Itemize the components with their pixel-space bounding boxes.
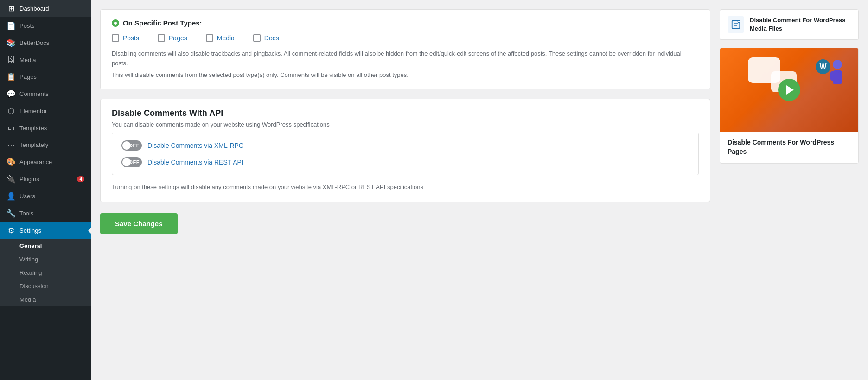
toggle-xml-rpc: OFF Disable Comments via XML-RPC — [121, 140, 689, 151]
video-thumbnail[interactable]: W — [720, 48, 858, 132]
tools-icon: 🔧 — [6, 209, 16, 218]
checkbox-pages-box[interactable] — [158, 34, 165, 42]
sidebar-item-label: Comments — [19, 90, 49, 97]
toggle-rest-api-state: OFF — [129, 159, 140, 165]
video-card-pages: W Disable Comments For WordPress Pages — [720, 48, 859, 163]
promo-card-header: Disable Comment For WordPress Media File… — [720, 10, 858, 40]
api-section-title: Disable Comments With API — [112, 108, 699, 118]
templates-icon: 🗂 — [6, 124, 16, 132]
video-card-body: Disable Comments For WordPress Pages — [720, 132, 858, 163]
plugins-badge: 4 — [77, 176, 84, 182]
sidebar-item-label: Posts — [19, 22, 35, 29]
submenu-writing[interactable]: Writing — [0, 253, 91, 266]
dashboard-icon: ⊞ — [6, 4, 16, 13]
betterdocs-icon: 📚 — [6, 38, 16, 47]
toggle-xml-rpc-label: Disable Comments via XML-RPC — [147, 142, 243, 149]
main-content: On Specific Post Types: Posts Pages Medi… — [91, 0, 868, 380]
api-toggle-area: OFF Disable Comments via XML-RPC OFF Dis… — [112, 133, 699, 175]
sidebar-item-comments[interactable]: 💬 Comments — [0, 85, 91, 102]
plugins-icon: 🔌 — [6, 175, 16, 184]
post-types-card: On Specific Post Types: Posts Pages Medi… — [100, 9, 710, 89]
toggle-xml-rpc-switch[interactable]: OFF — [121, 140, 142, 151]
sidebar-item-label: Appearance — [19, 158, 52, 165]
promo-card-icon — [728, 16, 744, 33]
submenu-discussion[interactable]: Discussion — [0, 279, 91, 293]
sidebar-item-pages[interactable]: 📋 Pages — [0, 68, 91, 85]
sidebar-item-label: Templates — [19, 125, 47, 132]
sidebar-item-media[interactable]: 🖼 Media — [0, 51, 91, 68]
api-footer-text: Turning on these settings will disable a… — [101, 183, 710, 202]
sidebar-item-label: Pages — [19, 73, 37, 80]
video-card-title: Disable Comments For WordPress Pages — [728, 138, 851, 156]
submenu-general[interactable]: General — [0, 239, 91, 253]
sidebar-item-templates[interactable]: 🗂 Templates — [0, 120, 91, 136]
pages-icon: 📋 — [6, 72, 16, 81]
sidebar-item-label: Tools — [19, 210, 33, 217]
sidebar-item-label: Templately — [19, 141, 48, 148]
checkbox-docs-box[interactable] — [253, 34, 261, 42]
toggle-rest-api: OFF Disable Comments via REST API — [121, 157, 689, 167]
comments-icon: 💬 — [6, 89, 16, 98]
right-sidebar: Disable Comment For WordPress Media File… — [720, 9, 859, 371]
post-types-heading: On Specific Post Types: — [123, 19, 202, 27]
svg-rect-7 — [838, 71, 842, 81]
post-types-info: Disabling comments will also disable tra… — [112, 49, 699, 80]
sidebar-item-label: Plugins — [19, 176, 39, 183]
sidebar: ⊞ Dashboard 📄 Posts 📚 BetterDocs 🖼 Media… — [0, 0, 91, 380]
posts-icon: 📄 — [6, 21, 16, 30]
toggle-rest-api-label: Disable Comments via REST API — [147, 158, 243, 166]
checkbox-pages-label: Pages — [169, 34, 187, 42]
sidebar-item-betterdocs[interactable]: 📚 BetterDocs — [0, 34, 91, 51]
promo-card-title: Disable Comment For WordPress Media File… — [750, 16, 851, 33]
media-icon: 🖼 — [6, 56, 16, 64]
elementor-icon: ⬡ — [6, 107, 16, 115]
settings-submenu: General Writing Reading Discussion Media — [0, 239, 91, 306]
sidebar-item-label: Settings — [19, 227, 41, 234]
post-types-info-line2: This will disable comments from the sele… — [112, 70, 699, 80]
api-section-header: Disable Comments With API You can disabl… — [101, 99, 710, 133]
sidebar-item-label: Media — [19, 57, 36, 63]
users-icon: 👤 — [6, 192, 16, 201]
sidebar-item-dashboard[interactable]: ⊞ Dashboard — [0, 0, 91, 17]
settings-icon: ⚙ — [6, 226, 16, 235]
checkbox-media-box[interactable] — [206, 34, 213, 42]
checkbox-media[interactable]: Media — [206, 34, 235, 42]
toggle-xml-rpc-state: OFF — [129, 143, 140, 148]
post-types-info-line1: Disabling comments will also disable tra… — [112, 49, 699, 69]
sidebar-item-label: Elementor — [19, 108, 47, 114]
checkbox-media-label: Media — [217, 34, 235, 42]
checkbox-posts-box[interactable] — [112, 34, 119, 42]
checkbox-posts[interactable]: Posts — [112, 34, 139, 42]
sidebar-item-label: BetterDocs — [19, 39, 49, 46]
checkbox-docs-label: Docs — [264, 34, 279, 42]
post-types-checkboxes: Posts Pages Media Docs — [112, 34, 699, 42]
sidebar-item-users[interactable]: 👤 Users — [0, 188, 91, 205]
radio-specific-post-types[interactable] — [112, 19, 119, 27]
content-area: On Specific Post Types: Posts Pages Medi… — [100, 9, 710, 371]
checkbox-pages[interactable]: Pages — [158, 34, 187, 42]
toggle-rest-api-switch[interactable]: OFF — [121, 157, 142, 167]
templately-icon: ⋯ — [6, 140, 16, 149]
sidebar-item-elementor[interactable]: ⬡ Elementor — [0, 102, 91, 120]
svg-point-4 — [833, 60, 842, 69]
sidebar-item-plugins[interactable]: 🔌 Plugins 4 — [0, 171, 91, 188]
save-changes-button[interactable]: Save Changes — [100, 213, 178, 234]
submenu-media[interactable]: Media — [0, 293, 91, 306]
sidebar-item-templately[interactable]: ⋯ Templately — [0, 136, 91, 153]
checkbox-posts-label: Posts — [123, 34, 139, 42]
sidebar-item-appearance[interactable]: 🎨 Appearance — [0, 153, 91, 171]
submenu-reading[interactable]: Reading — [0, 266, 91, 279]
sidebar-item-label: Users — [19, 193, 35, 200]
post-types-radio-row: On Specific Post Types: — [112, 19, 699, 27]
sidebar-item-label: Dashboard — [19, 5, 49, 12]
appearance-icon: 🎨 — [6, 158, 16, 166]
checkbox-docs[interactable]: Docs — [253, 34, 279, 42]
save-section: Save Changes — [100, 211, 710, 236]
sidebar-item-posts[interactable]: 📄 Posts — [0, 17, 91, 34]
sidebar-item-tools[interactable]: 🔧 Tools — [0, 205, 91, 222]
promo-card-media: Disable Comment For WordPress Media File… — [720, 9, 859, 40]
api-section-description: You can disable comments made on your we… — [112, 121, 699, 128]
svg-rect-6 — [830, 71, 834, 81]
api-section: Disable Comments With API You can disabl… — [100, 99, 710, 202]
sidebar-item-settings[interactable]: ⚙ Settings — [0, 222, 91, 239]
